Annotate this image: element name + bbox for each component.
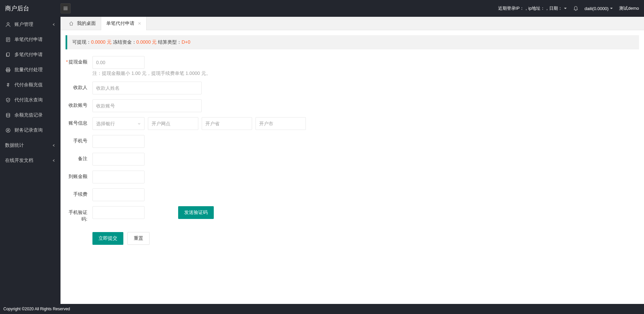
sidebar-item-single-payment[interactable]: 单笔代付申请: [0, 32, 61, 47]
notification-button[interactable]: [573, 6, 578, 11]
dollar-icon: [5, 82, 11, 88]
sms-code-input[interactable]: [92, 206, 145, 219]
branch-input[interactable]: [148, 117, 198, 130]
account-label: 收款账号: [66, 99, 92, 111]
test-demo-label[interactable]: 测试demo: [619, 5, 639, 11]
chevron-left-icon: [52, 23, 55, 26]
info-bar: 可提现：0.0000 元 冻结资金：0.0000 元 结算类型：D+0: [66, 35, 639, 49]
tabs-bar: 我的桌面 单笔代付申请 ✕: [61, 17, 644, 30]
sidebar-item-finance-query[interactable]: 财务记录查询: [0, 123, 61, 138]
chevron-left-icon: [52, 144, 55, 147]
sidebar-item-account[interactable]: 账户管理: [0, 17, 61, 32]
remark-label: 备注: [66, 153, 92, 165]
send-code-button[interactable]: 发送验证码: [178, 206, 214, 219]
tab-single-payment[interactable]: 单笔代付申请 ✕: [101, 17, 147, 30]
sidebar-item-recharge[interactable]: 代付余额充值: [0, 77, 61, 92]
user-icon: [5, 22, 11, 27]
account-input[interactable]: [92, 99, 202, 112]
sidebar-toggle-button[interactable]: [61, 3, 71, 13]
bell-icon: [573, 6, 578, 11]
sidebar-item-multi-payment[interactable]: 多笔代付申请: [0, 47, 61, 62]
payee-input[interactable]: [92, 82, 202, 94]
menu-icon: [63, 6, 68, 11]
files-icon: [5, 52, 11, 57]
svg-rect-8: [7, 53, 9, 56]
amount-note: 注：提现金额最小 1.00 元，提现手续费单笔 1.0000 元。: [66, 71, 639, 77]
sms-code-label: 手机验证码:: [66, 206, 92, 225]
svg-rect-9: [7, 68, 9, 69]
app-title: 商户后台: [5, 4, 61, 12]
database-icon: [5, 113, 11, 118]
shield-icon: [5, 97, 11, 103]
file-icon: [5, 37, 11, 42]
reset-button[interactable]: 重置: [127, 232, 150, 245]
phone-label: 手机号: [66, 135, 92, 147]
arrival-amount-label: 到账金额: [66, 171, 92, 183]
payee-label: 收款人: [66, 82, 92, 94]
sidebar-item-flow-query[interactable]: 代付流水查询: [0, 92, 61, 107]
close-icon[interactable]: ✕: [138, 21, 141, 26]
chevron-down-icon: [564, 7, 567, 10]
fee-input[interactable]: [92, 188, 145, 201]
sidebar-item-batch-payment[interactable]: 批量代付处理: [0, 62, 61, 77]
province-input[interactable]: [202, 117, 252, 130]
chevron-left-icon: [52, 159, 55, 162]
account-info-label: 账号信息: [66, 117, 92, 129]
chevron-down-icon: [610, 7, 613, 10]
amount-label: *提现金额: [66, 56, 92, 68]
arrival-amount-input[interactable]: [92, 171, 145, 183]
amount-input[interactable]: [92, 56, 145, 69]
sidebar-item-docs[interactable]: 在线开发文档: [0, 153, 61, 168]
login-info[interactable]: 近期登录IP：，ip地址：，日期：: [498, 5, 567, 11]
sidebar: 账户管理 单笔代付申请 多笔代付申请 批量代付处理 代付余额充值 代付流水查询 …: [0, 17, 61, 304]
print-icon: [5, 67, 11, 73]
phone-input[interactable]: [92, 135, 145, 148]
sidebar-item-recharge-record[interactable]: 余额充值记录: [0, 107, 61, 123]
home-icon: [69, 21, 74, 26]
svg-point-12: [6, 113, 10, 115]
circle-dollar-icon: [5, 128, 11, 133]
submit-button[interactable]: 立即提交: [92, 232, 123, 245]
sidebar-item-statistics[interactable]: 数据统计: [0, 138, 61, 153]
remark-input[interactable]: [92, 153, 145, 166]
fee-label: 手续费: [66, 188, 92, 200]
bank-select[interactable]: [92, 117, 145, 130]
svg-point-3: [7, 23, 9, 25]
user-balance[interactable]: daili(0.0000): [585, 6, 613, 11]
footer: Copyright ©2020 All Rights Reserved: [0, 304, 644, 314]
city-input[interactable]: [255, 117, 306, 130]
tab-home[interactable]: 我的桌面: [64, 17, 101, 30]
